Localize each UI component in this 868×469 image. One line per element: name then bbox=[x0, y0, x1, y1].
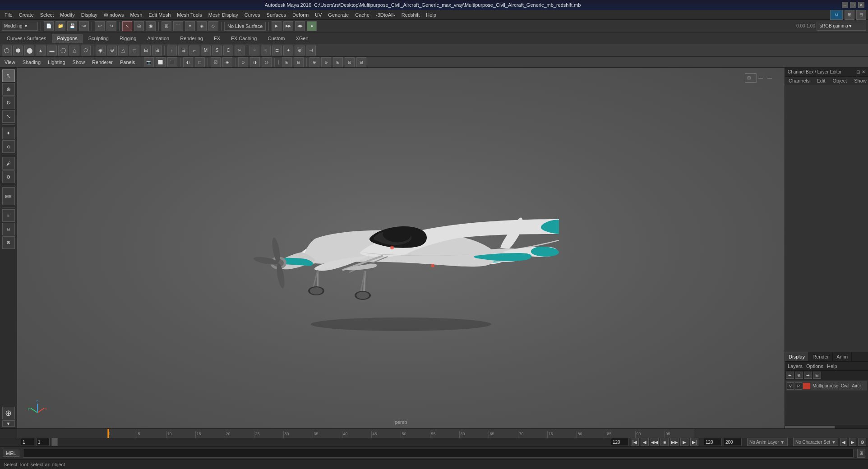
menu-windows[interactable]: Windows bbox=[101, 11, 127, 18]
menu-uv[interactable]: UV bbox=[312, 11, 324, 18]
cb-tab-edit[interactable]: Edit bbox=[813, 77, 829, 85]
hud-btn[interactable]: ⊟ bbox=[294, 57, 304, 67]
poly-pyramid-btn[interactable]: ⬡ bbox=[81, 46, 91, 55]
snap-view-btn[interactable]: ◇ bbox=[208, 21, 218, 31]
tab-rendering[interactable]: Rendering bbox=[175, 34, 208, 43]
viewport[interactable]: persp x y z ⊞ — — bbox=[17, 68, 785, 428]
timeline-end-input[interactable] bbox=[611, 438, 629, 446]
menu-modify[interactable]: Modify bbox=[57, 11, 77, 18]
subdiv-btn[interactable]: ⊕ bbox=[107, 46, 117, 55]
poly-cone-btn[interactable]: ▲ bbox=[36, 46, 46, 55]
poly-prism-btn[interactable]: △ bbox=[69, 46, 79, 55]
snap-ortho-btn[interactable]: ⊞⊟ bbox=[2, 187, 15, 205]
shading-btn[interactable]: ◐ bbox=[183, 57, 193, 67]
snap-point-btn[interactable]: ✦ bbox=[185, 21, 195, 31]
resolution-gate-btn[interactable]: ⬛ bbox=[167, 57, 177, 67]
film-gate-btn[interactable]: ⬜ bbox=[156, 57, 166, 67]
grid-btn[interactable]: ⊞ bbox=[282, 57, 292, 67]
tab-rigging[interactable]: Rigging bbox=[115, 34, 141, 43]
soft-select-btn[interactable]: ⊙ bbox=[2, 140, 15, 153]
layout-btn1[interactable]: ⊞ bbox=[845, 10, 854, 20]
select-edge-btn[interactable]: ⊏ bbox=[272, 46, 282, 55]
layer-add-btn2[interactable]: ⊕ bbox=[795, 372, 803, 379]
viewport-panels-menu[interactable]: Panels bbox=[117, 59, 138, 66]
menu-select[interactable]: Select bbox=[37, 11, 57, 18]
channel-box-btn[interactable]: ⊟ bbox=[2, 223, 15, 235]
icon-bottom-btn2[interactable]: ▼ bbox=[2, 420, 15, 427]
viewport-show-menu[interactable]: Show bbox=[70, 59, 88, 66]
timeline-prefs-btn[interactable]: ⚙ bbox=[858, 438, 866, 446]
paint-sel-btn[interactable]: 🖌 bbox=[2, 157, 15, 170]
paint-btn[interactable]: ◉ bbox=[146, 21, 156, 31]
mel-input[interactable] bbox=[23, 449, 854, 458]
rotate-tool-btn[interactable]: ↻ bbox=[2, 97, 15, 109]
close-button[interactable]: ✕ bbox=[858, 2, 864, 8]
edge-flow-btn[interactable]: ≈ bbox=[261, 46, 271, 55]
mel-expand-btn[interactable]: ⊞ bbox=[857, 449, 865, 458]
tool-settings-btn[interactable]: ⚙ bbox=[2, 170, 15, 183]
render-btn3[interactable]: ◀▶ bbox=[295, 21, 305, 31]
channel-box-close-btn[interactable]: ✕ bbox=[862, 69, 865, 74]
tab-anim[interactable]: Anim bbox=[833, 352, 852, 361]
mirror-btn[interactable]: ⊣ bbox=[306, 46, 316, 55]
snap-view-btn2[interactable]: ⊡ bbox=[345, 57, 355, 67]
char-set-btn2[interactable]: ▶ bbox=[849, 438, 856, 446]
reduce-btn[interactable]: ⊞ bbox=[152, 46, 162, 55]
layers-menu[interactable]: Layers bbox=[788, 363, 803, 369]
menu-mesh[interactable]: Mesh bbox=[127, 11, 145, 18]
menu-help[interactable]: Help bbox=[423, 11, 439, 18]
anim-layer-dropdown[interactable]: No Anim Layer ▼ bbox=[747, 438, 788, 446]
prev-frame-btn[interactable]: ◀ bbox=[641, 438, 649, 446]
live-surface-btn[interactable]: No Live Surface bbox=[224, 22, 266, 31]
tab-custom[interactable]: Custom bbox=[263, 34, 290, 43]
render-btn1[interactable]: ▶ bbox=[272, 21, 282, 31]
timeline-start-input[interactable] bbox=[21, 438, 34, 446]
tab-fx[interactable]: FX bbox=[209, 34, 225, 43]
mel-btn[interactable]: MEL bbox=[3, 450, 19, 457]
fill-hole-btn[interactable]: ⊟ bbox=[141, 46, 151, 55]
menu-create[interactable]: Create bbox=[16, 11, 37, 18]
connect-btn[interactable]: C bbox=[223, 46, 233, 55]
tab-curves-surfaces[interactable]: Curves / Surfaces bbox=[2, 34, 51, 43]
center-btn[interactable]: ⊛ bbox=[321, 57, 331, 67]
poly-torus-btn[interactable]: ◯ bbox=[58, 46, 68, 55]
poly-cube-btn[interactable]: ⬢ bbox=[13, 46, 23, 55]
camera-btn[interactable]: 📷 bbox=[144, 57, 154, 67]
universal-tool-btn[interactable]: ✦ bbox=[2, 127, 15, 139]
poly-sphere-btn[interactable]: ⬡ bbox=[2, 46, 12, 55]
smooth-btn[interactable]: ◉ bbox=[96, 46, 106, 55]
xray-btn[interactable]: ⊙ bbox=[238, 57, 248, 67]
cb-tab-channels[interactable]: Channels bbox=[785, 77, 813, 85]
snap-grid-btn[interactable]: ⊞ bbox=[162, 21, 171, 31]
move-tool-btn[interactable]: ⊕ bbox=[2, 83, 15, 96]
layers-options[interactable]: Options bbox=[806, 363, 823, 369]
char-set-dropdown[interactable]: No Character Set ▼ bbox=[793, 438, 838, 446]
menu-mesh-tools[interactable]: Mesh Tools bbox=[174, 11, 204, 18]
menu-cache[interactable]: Cache bbox=[352, 11, 372, 18]
timeline-current-input[interactable] bbox=[36, 438, 50, 446]
tab-xgen[interactable]: XGen bbox=[291, 34, 313, 43]
menu-mesh-display[interactable]: Mesh Display bbox=[206, 11, 241, 18]
new-scene-btn[interactable]: 📄 bbox=[44, 21, 54, 31]
backface-btn[interactable]: ◑ bbox=[250, 57, 260, 67]
menu-deform[interactable]: Deform bbox=[290, 11, 311, 18]
layer-editor-btn[interactable]: ≡ bbox=[2, 209, 15, 222]
menu-file[interactable]: File bbox=[2, 11, 15, 18]
anim-end-field[interactable] bbox=[724, 438, 742, 446]
menu-generate[interactable]: Generate bbox=[325, 11, 351, 18]
tab-display[interactable]: Display bbox=[785, 352, 809, 361]
bevel-btn[interactable]: ⌐ bbox=[189, 46, 199, 55]
layers-help[interactable]: Help bbox=[827, 363, 837, 369]
menu-surfaces[interactable]: Surfaces bbox=[264, 11, 289, 18]
anim-start-field[interactable] bbox=[704, 438, 722, 446]
render-btn4[interactable]: ● bbox=[307, 21, 317, 31]
stop-btn[interactable]: ■ bbox=[660, 438, 669, 446]
select-mode-btn[interactable]: ↖ bbox=[122, 21, 132, 31]
triangulate-btn[interactable]: △ bbox=[118, 46, 128, 55]
menu-display[interactable]: Display bbox=[78, 11, 100, 18]
minimize-button[interactable]: ─ bbox=[842, 2, 848, 8]
multi-cut-btn[interactable]: ✦ bbox=[283, 46, 293, 55]
viewport-renderer-menu[interactable]: Renderer bbox=[89, 59, 115, 66]
merge-btn[interactable]: M bbox=[201, 46, 211, 55]
layer-add-btn4[interactable]: ⊞ bbox=[813, 372, 821, 379]
